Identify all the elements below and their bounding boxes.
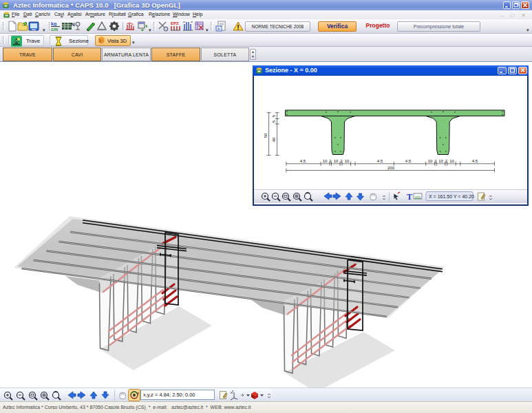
svg-text:10: 10	[428, 159, 433, 163]
svg-text:50: 50	[264, 133, 268, 138]
svg-text:4.5: 4.5	[377, 159, 383, 163]
svg-text:5: 5	[272, 120, 276, 123]
svg-text:10: 10	[323, 159, 328, 163]
svg-text:T: T	[407, 192, 412, 202]
svg-text:4.5: 4.5	[472, 159, 478, 163]
svg-text:N: N	[71, 21, 75, 28]
svg-text:2: 2	[340, 159, 343, 163]
svg-text:4.5: 4.5	[405, 159, 412, 163]
svg-text:10: 10	[438, 159, 443, 163]
svg-text:2: 2	[434, 159, 437, 163]
svg-text:cm: cm	[415, 195, 421, 199]
svg-text:A: A	[217, 27, 220, 31]
svg-text:2: 2	[445, 159, 448, 163]
svg-text:200: 200	[387, 166, 395, 170]
svg-text:10: 10	[345, 159, 350, 163]
svg-text:kg: kg	[51, 21, 56, 27]
svg-text:5: 5	[272, 114, 276, 117]
svg-text:40: 40	[272, 137, 276, 142]
svg-text:X = 161.50 Y = 40.20: X = 161.50 Y = 40.20	[429, 194, 474, 199]
svg-text:cm: cm	[51, 27, 58, 32]
svg-text:10: 10	[449, 159, 454, 163]
svg-text:10: 10	[334, 159, 339, 163]
svg-text:4.5: 4.5	[300, 159, 306, 163]
svg-text:EPZ: EPZ	[171, 21, 179, 25]
